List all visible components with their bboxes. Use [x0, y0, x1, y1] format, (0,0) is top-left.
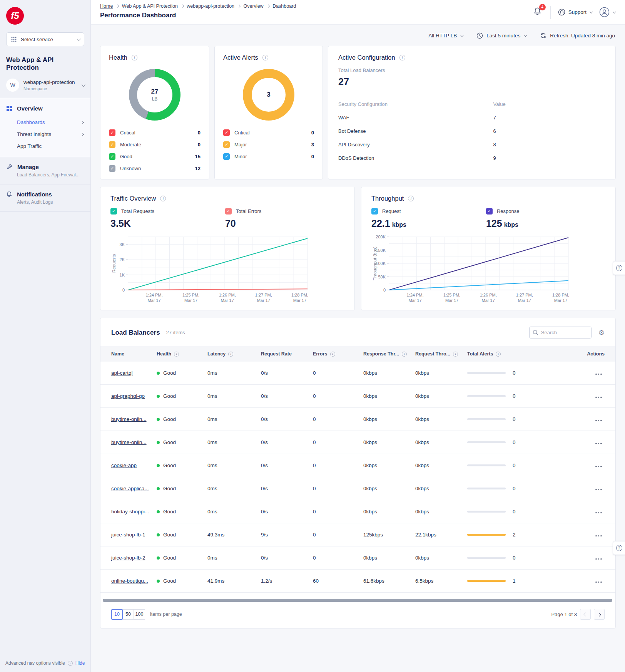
lb-name-link[interactable]: holiday-shoppi...: [111, 509, 149, 514]
alerts-checkbox-major[interactable]: [223, 141, 230, 148]
lb-name-link[interactable]: juice-shop-lb-1: [111, 532, 145, 538]
sidebar-item-notifications[interactable]: Notifications Alerts, Audit Logs: [0, 184, 90, 212]
horizontal-scrollbar[interactable]: [103, 599, 612, 602]
lb-name-link[interactable]: buytime-onlin...: [111, 439, 147, 445]
clock-icon: [476, 32, 483, 39]
info-icon[interactable]: [399, 55, 405, 60]
row-actions-button[interactable]: [593, 484, 605, 493]
request-throughput-cell: 0kbps: [415, 439, 467, 445]
account-menu-button[interactable]: [599, 7, 615, 17]
lb-selector-dropdown[interactable]: All HTTP LB: [428, 33, 463, 39]
refresh-button[interactable]: Refresh: Updated 8 min ago: [540, 32, 615, 39]
sidebar-item-overview[interactable]: Overview: [6, 105, 84, 112]
health-checkbox-unknown[interactable]: [109, 165, 115, 172]
info-icon[interactable]: [496, 352, 501, 357]
lb-name-link[interactable]: api-cartql: [111, 370, 133, 376]
sidebar-item-threat-insights[interactable]: Threat Insights: [17, 128, 84, 140]
svg-text:Mar 17: Mar 17: [221, 298, 234, 303]
info-icon[interactable]: [330, 352, 335, 357]
lb-name-link[interactable]: api-graphql-go: [111, 393, 145, 399]
lb-name-link[interactable]: cookie-applica...: [111, 486, 149, 491]
name-cell: api-graphql-go: [111, 393, 157, 399]
row-actions-button[interactable]: [593, 530, 605, 539]
breadcrumb-item-overview[interactable]: Overview: [244, 3, 264, 9]
health-checkbox-critical[interactable]: [109, 129, 115, 136]
lb-name-link[interactable]: buytime-onlin...: [111, 416, 147, 422]
health-checkbox-moderate[interactable]: [109, 141, 115, 148]
row-actions-button[interactable]: [593, 415, 605, 424]
hide-nav-link[interactable]: Hide: [75, 660, 85, 666]
info-icon[interactable]: [453, 352, 458, 357]
health-checkbox-good[interactable]: [109, 153, 115, 160]
help-button[interactable]: [613, 541, 625, 555]
chevron-down-icon: [461, 34, 464, 37]
prev-page-button[interactable]: [580, 609, 591, 620]
breadcrumb-item-home[interactable]: Home: [100, 3, 113, 9]
health-cell: Good: [157, 463, 207, 468]
row-actions-button[interactable]: [593, 576, 605, 585]
namespace-avatar: W: [6, 79, 19, 92]
svg-text:Mar 17: Mar 17: [257, 298, 270, 303]
row-actions-button[interactable]: [593, 392, 605, 401]
namespace-selector[interactable]: W webapp-api-protection Namespace: [6, 79, 84, 92]
lb-name-link[interactable]: juice-shop-lb-2: [111, 555, 145, 561]
info-icon[interactable]: [262, 55, 268, 60]
actions-cell: [530, 461, 605, 470]
page-size-50[interactable]: 50: [122, 609, 134, 620]
lb-name-link[interactable]: online-boutiqu...: [111, 578, 148, 584]
info-icon[interactable]: [132, 55, 137, 60]
page-size-100[interactable]: 100: [134, 609, 145, 620]
notifications-bell-button[interactable]: 4: [532, 6, 543, 18]
alerts-checkbox-critical[interactable]: [223, 129, 230, 136]
info-icon[interactable]: [408, 196, 414, 201]
total-alerts-cell: 0: [467, 370, 530, 376]
info-icon[interactable]: [160, 196, 166, 201]
wrench-icon: [6, 164, 13, 170]
svg-text:1K: 1K: [120, 273, 125, 277]
row-actions-button[interactable]: [593, 438, 605, 447]
breadcrumb-item-web-app-api-protection[interactable]: Web App & API Protection: [122, 3, 178, 9]
overview-grid-icon: [6, 106, 12, 112]
row-actions-button[interactable]: [593, 369, 605, 377]
info-icon[interactable]: [174, 352, 179, 357]
breadcrumb-item-webapp-api-protection[interactable]: webapp-api-protection: [187, 3, 234, 9]
total-requests-checkbox[interactable]: [110, 208, 117, 215]
row-actions-button[interactable]: [593, 461, 605, 470]
time-range-dropdown[interactable]: Last 5 minutes: [476, 32, 526, 39]
response-checkbox[interactable]: [486, 208, 493, 215]
table-settings-gear-button[interactable]: ⚙: [598, 329, 605, 336]
legend-label: Critical: [120, 130, 135, 136]
table-row-juice-shop-lb-2: juice-shop-lb-2Good0ms0/s00kbps0kbps0: [100, 546, 615, 570]
namespace-name: webapp-api-protection: [23, 79, 75, 85]
svg-text:100K: 100K: [376, 261, 386, 266]
row-actions-button[interactable]: [593, 553, 605, 562]
manage-subtitle: Load Balancers, App Firewal...: [17, 172, 84, 178]
search-input[interactable]: [529, 327, 592, 339]
sidebar-item-app-traffic[interactable]: App Traffic: [17, 140, 84, 152]
sidebar-item-manage[interactable]: Manage Load Balancers, App Firewal...: [0, 157, 90, 184]
column-header-label: Errors: [313, 351, 328, 357]
request-checkbox[interactable]: [371, 208, 378, 215]
next-page-button[interactable]: [594, 609, 605, 620]
support-menu-button[interactable]: Support: [558, 8, 592, 16]
select-service-dropdown[interactable]: Select service: [6, 32, 84, 46]
dot: [598, 397, 600, 398]
sidebar-item-dashboards[interactable]: Dashboards: [17, 116, 84, 128]
info-icon[interactable]: [228, 352, 233, 357]
help-button[interactable]: [613, 261, 625, 275]
page-size-10[interactable]: 10: [111, 609, 123, 620]
health-status-label: Good: [163, 555, 176, 561]
f5-logo[interactable]: f5: [6, 7, 24, 25]
svg-text:1:27 PM,: 1:27 PM,: [255, 293, 272, 297]
row-actions-button[interactable]: [593, 507, 605, 516]
alerts-checkbox-minor[interactable]: [223, 153, 230, 160]
topbar-right: 4 Support: [532, 3, 615, 19]
request-throughput-cell: 0kbps: [415, 416, 467, 422]
lb-name-link[interactable]: cookie-app: [111, 463, 137, 468]
total-requests-label: Total Requests: [121, 208, 154, 214]
column-header-response-thr: Response Thr...: [363, 351, 415, 357]
info-icon[interactable]: [402, 352, 407, 357]
name-cell: buytime-onlin...: [111, 439, 157, 445]
name-cell: juice-shop-lb-2: [111, 555, 157, 561]
total-errors-checkbox[interactable]: [225, 208, 232, 215]
